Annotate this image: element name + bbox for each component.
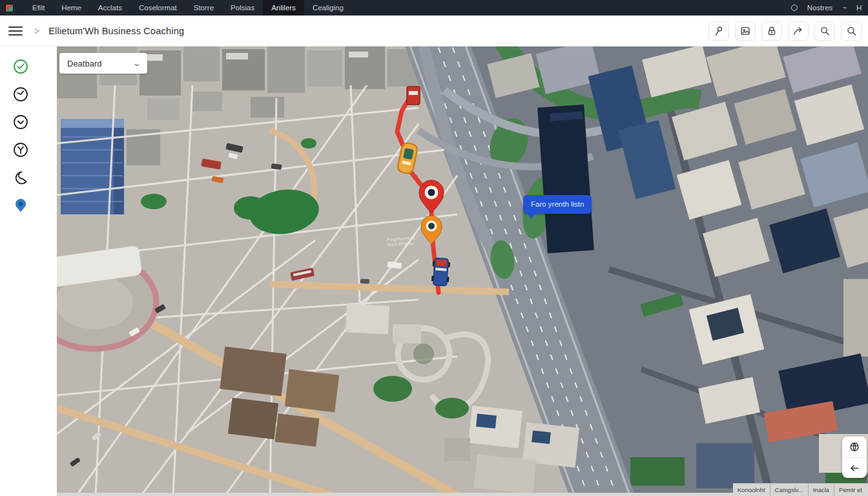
chevron-down-icon: ⌄	[132, 59, 141, 68]
menu-item-anlilers[interactable]: Anlilers	[263, 0, 304, 16]
back-arrow-icon[interactable]	[842, 457, 867, 478]
menu-item-storre[interactable]: Storre	[185, 0, 222, 16]
pen-icon[interactable]	[708, 21, 729, 41]
menubar-right: Nostres ~ H	[791, 4, 868, 12]
menu-item-cealiging[interactable]: Cealiging	[304, 0, 352, 16]
location-pin-icon[interactable]	[12, 197, 29, 214]
delivery-truck-marker[interactable]	[431, 258, 451, 286]
app-window: Efilt Heme Acclats Coselormat Storre Pol…	[0, 0, 868, 496]
chevron-circle-icon[interactable]	[12, 114, 29, 130]
breadcrumb-chevron-icon: >	[34, 26, 39, 36]
search-icon[interactable]	[814, 21, 835, 41]
clock-icon[interactable]	[12, 86, 29, 103]
circle-icon[interactable]	[791, 5, 798, 11]
hamburger-menu-icon[interactable]	[8, 24, 23, 38]
map-info-label[interactable]: Faro yrenth listn	[523, 195, 592, 214]
share-arrow-icon[interactable]	[788, 21, 809, 41]
sidebar	[0, 46, 57, 496]
menubar-right-label[interactable]: Nostres	[807, 4, 833, 12]
tilde-icon: ~	[842, 4, 847, 12]
statusbar: Konoolnht Camgslv... Inacla Pemtr et	[733, 483, 868, 496]
app-logo-icon[interactable]	[5, 4, 14, 12]
status-item-1[interactable]: Konoolnht	[733, 484, 770, 496]
clipped-glyph: H	[856, 4, 865, 12]
image-icon[interactable]	[735, 21, 756, 41]
page-title: Ellietum'Wh Business Coaching	[48, 26, 184, 36]
menu-item-heme[interactable]: Heme	[53, 0, 90, 16]
map-view-dropdown-value: Deatbard	[67, 59, 101, 68]
map-controls	[842, 437, 867, 478]
menu-item-coselormat[interactable]: Coselormat	[130, 0, 185, 16]
status-item-4[interactable]: Pemtr et	[834, 484, 867, 496]
menu-item-efilt[interactable]: Efilt	[24, 0, 53, 16]
toolbar: > Ellietum'Wh Business Coaching	[0, 16, 868, 46]
status-item-3[interactable]: Inacla	[808, 484, 834, 496]
menu-item-acclats[interactable]: Acclats	[90, 0, 130, 16]
route-start-marker[interactable]	[407, 87, 420, 105]
check-circle-icon[interactable]	[12, 58, 29, 75]
menu-item-polsias[interactable]: Polsias	[222, 0, 263, 16]
y-circle-icon[interactable]	[12, 141, 29, 158]
map-canvas[interactable]: Deatbard ⌄ Faro yrenth listn Regrmornted…	[57, 46, 868, 496]
menubar: Efilt Heme Acclats Coselormat Storre Pol…	[0, 0, 868, 16]
search-icon-2[interactable]	[841, 21, 862, 41]
toolbar-actions	[703, 21, 868, 41]
pie-icon[interactable]	[12, 169, 29, 186]
satellite-imagery	[57, 46, 868, 496]
map-view-dropdown[interactable]: Deatbard ⌄	[59, 53, 147, 74]
status-item-2[interactable]: Camgslv...	[770, 484, 808, 496]
globe-icon[interactable]	[842, 437, 867, 457]
lock-icon[interactable]	[761, 21, 782, 41]
